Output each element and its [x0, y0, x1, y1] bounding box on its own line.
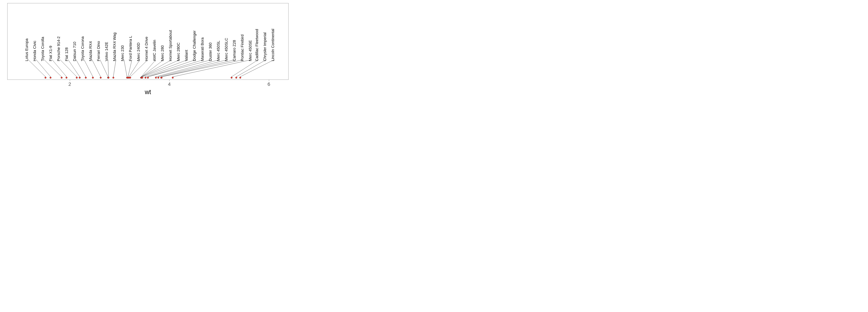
data-label: Merc 450SLC — [224, 38, 229, 61]
data-point — [66, 77, 67, 78]
x-tick-mark — [169, 80, 169, 81]
svg-line-28 — [173, 60, 252, 77]
data-point — [172, 77, 174, 78]
data-label: AMC Javelin — [152, 40, 157, 61]
data-label: Hornet 4 Drive — [144, 37, 149, 61]
data-point — [79, 77, 81, 78]
data-label: Merc 280C — [176, 42, 181, 61]
data-point — [236, 77, 237, 78]
data-label: Valiant — [184, 50, 189, 61]
data-label: Toyota Corolla — [40, 37, 45, 61]
data-label: Ferrari Dino — [96, 41, 101, 61]
data-label: Merc 280 — [160, 45, 165, 61]
data-label: Chrysler Imperial — [262, 32, 267, 61]
data-label: Mazda RX4 Wag — [112, 33, 117, 61]
svg-line-16 — [141, 60, 156, 77]
svg-line-29 — [231, 60, 258, 77]
data-point — [100, 77, 101, 78]
data-label: Dodge Challenger — [192, 31, 197, 61]
data-label: Toyota Corona — [81, 36, 85, 61]
data-label: Fiat 128 — [64, 47, 69, 61]
svg-line-30 — [236, 60, 266, 77]
x-tick-label: 2 — [68, 81, 71, 87]
data-label: Duster 360 — [208, 42, 213, 61]
data-label: Datsun 710 — [72, 42, 77, 61]
data-point — [155, 77, 157, 78]
chart-canvas: Lotus EuropaHonda CivicToyota CorollaFia… — [0, 0, 312, 104]
data-point — [239, 77, 241, 78]
svg-line-12 — [124, 60, 127, 77]
data-label: Lotus Europa — [25, 38, 29, 61]
data-label: Ford Pantera L — [128, 36, 133, 61]
data-point — [231, 77, 232, 78]
svg-line-3 — [52, 60, 66, 77]
data-label: Merc 230 — [120, 45, 125, 61]
svg-line-18 — [142, 60, 172, 77]
x-axis-title: wt — [145, 89, 151, 96]
data-point — [147, 77, 149, 78]
data-point — [85, 77, 87, 78]
data-point — [76, 77, 78, 78]
data-point — [107, 77, 110, 78]
x-tick-label: 6 — [268, 81, 270, 87]
data-label: Camaro Z28 — [232, 40, 237, 61]
svg-line-7 — [84, 60, 93, 77]
data-point — [129, 77, 131, 78]
data-label: Porsche 914-2 — [56, 36, 61, 61]
data-point — [142, 77, 143, 78]
data-label: Pontiac Firebird — [240, 34, 245, 61]
data-point — [92, 77, 94, 78]
svg-line-22 — [148, 60, 204, 77]
data-label: Mazda RX4 — [88, 41, 93, 61]
data-label: Merc 450SL — [216, 41, 221, 61]
svg-line-2 — [44, 60, 62, 77]
svg-line-23 — [148, 60, 212, 77]
data-label: Lincoln Continental — [271, 29, 275, 61]
svg-line-26 — [161, 60, 236, 77]
svg-line-9 — [100, 60, 108, 77]
svg-line-31 — [240, 60, 274, 77]
svg-line-4 — [60, 60, 77, 77]
svg-line-6 — [76, 60, 86, 77]
data-point — [50, 77, 51, 78]
x-tick-label: 4 — [168, 81, 170, 87]
svg-line-25 — [158, 60, 228, 77]
data-label: Maserati Bora — [200, 37, 205, 61]
svg-line-5 — [68, 60, 80, 77]
data-label: Honda Civic — [32, 41, 37, 61]
data-label: Volvo 142E — [104, 42, 109, 61]
svg-line-11 — [113, 60, 116, 77]
svg-line-24 — [156, 60, 220, 77]
data-point — [145, 77, 146, 78]
svg-line-0 — [28, 60, 45, 77]
svg-line-13 — [128, 60, 132, 77]
data-point — [161, 77, 162, 78]
x-tick-mark — [269, 80, 269, 81]
data-label: Merc 450SE — [248, 40, 253, 61]
svg-line-14 — [129, 60, 140, 77]
svg-line-21 — [146, 60, 196, 77]
data-label: Fiat X1-9 — [49, 46, 53, 61]
svg-line-10 — [108, 60, 108, 77]
data-label: Hornet Sportabout — [168, 30, 173, 61]
data-point — [113, 77, 114, 78]
data-point — [157, 77, 159, 78]
svg-line-8 — [92, 60, 101, 77]
data-label: Merc 240D — [136, 42, 141, 61]
data-label: Cadillac Fleetwood — [255, 29, 259, 61]
data-point — [61, 77, 62, 78]
x-tick-mark — [70, 80, 70, 81]
svg-line-15 — [130, 60, 148, 77]
svg-line-1 — [36, 60, 51, 77]
data-point — [44, 77, 46, 78]
